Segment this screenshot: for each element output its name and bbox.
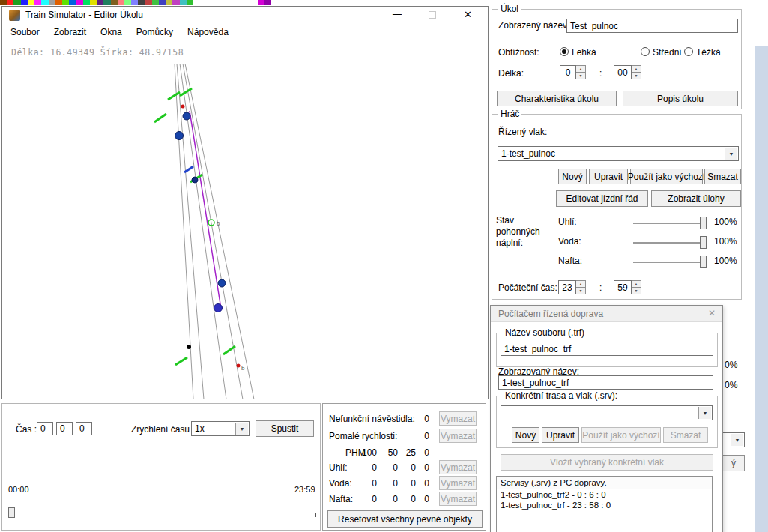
phm-col-0: 0 [417, 447, 429, 458]
spin-down-icon[interactable] [632, 288, 641, 294]
phm-col-100: 100 [356, 447, 377, 458]
diesel-slider-label: Nafta: [558, 256, 582, 266]
show-tasks-button[interactable]: Zobrazit úlohy [651, 190, 741, 207]
time-hours-input[interactable]: 0 [37, 422, 53, 435]
coal-v1: 0 [356, 462, 377, 473]
chevron-down-icon [731, 434, 743, 446]
spin-up-icon[interactable] [632, 280, 641, 288]
clear-coal-button[interactable]: Vymazat [439, 460, 477, 474]
start-time-separator: : [599, 282, 602, 293]
spin-down-icon[interactable] [576, 288, 586, 294]
services-list-header[interactable]: Servisy (.srv) z PC dopravy. [497, 477, 712, 489]
clear-diesel-button[interactable]: Vymazat [439, 492, 477, 506]
insert-train-button[interactable]: Vložit vybraný konkrétní vlak [501, 454, 713, 471]
length-hours-stepper[interactable]: 0 [560, 65, 586, 79]
broken-signals-value: 0 [417, 414, 429, 424]
speed-select[interactable]: 1x [191, 421, 250, 436]
time-minutes-input[interactable]: 0 [56, 422, 73, 435]
chevron-down-icon[interactable] [698, 407, 711, 419]
desktop-strip [755, 46, 768, 532]
water-slider[interactable] [633, 242, 706, 244]
clear-signals-button[interactable]: Vymazat [439, 411, 477, 426]
train-delete-button[interactable]: Smazat [704, 169, 741, 184]
start-minutes-stepper[interactable]: 59 [614, 280, 641, 294]
dialog-close-button[interactable]: ✕ [708, 308, 716, 318]
route-default-button[interactable]: Použít jako výchozí [581, 427, 661, 443]
waypoint-markers[interactable] [181, 105, 241, 368]
length-separator: : [599, 68, 602, 79]
spin-up-icon[interactable] [632, 65, 641, 73]
edit-timetable-button[interactable]: Editovat jízdní řád [556, 190, 648, 207]
task-description-button[interactable]: Popis úkolu [623, 91, 738, 106]
difficulty-radio-medium[interactable] [641, 47, 650, 56]
water-v3: 0 [399, 478, 416, 489]
water-v4: 0 [417, 478, 429, 489]
train-edit-button[interactable]: Upravit [589, 169, 628, 184]
route-edit-button[interactable]: Upravit [542, 427, 579, 443]
length-hours-value[interactable]: 0 [560, 65, 576, 79]
start-hours-value[interactable]: 23 [558, 280, 576, 294]
coal-slider-label: Uhlí: [558, 217, 577, 227]
hidden-button-fragment: ý [722, 455, 745, 471]
length-minutes-value[interactable]: 00 [614, 65, 632, 79]
route-group-title: Konkrétní trasa a vlak (.srv): [503, 390, 620, 401]
time-seconds-input[interactable]: 0 [76, 422, 92, 435]
spin-down-icon[interactable] [632, 73, 641, 79]
water-v1: 0 [356, 478, 377, 489]
hidden-combo-fragment [722, 432, 745, 447]
task-name-input[interactable]: Test_pulnoc [566, 19, 738, 33]
clear-speeds-button[interactable]: Vymazat [439, 429, 477, 443]
time-panel: Čas : 0 0 0 Zrychlení času 1x Spustit 00… [1, 403, 321, 531]
diesel-v2: 0 [380, 494, 398, 504]
timeline-thumb[interactable] [8, 507, 15, 518]
spin-down-icon[interactable] [576, 73, 586, 79]
chevron-down-icon[interactable] [725, 148, 737, 160]
coal-v3: 0 [399, 462, 416, 473]
services-list[interactable]: Servisy (.srv) z PC dopravy. 1-test_puln… [496, 476, 713, 532]
diesel-v1: 0 [356, 494, 377, 504]
list-item[interactable]: 1-test_pulnoc_trf - 23 : 58 : 0 [497, 500, 712, 510]
start-minutes-value[interactable]: 59 [614, 280, 632, 294]
diesel-label: Nafta: [329, 494, 353, 504]
file-name-input[interactable]: 1-test_pulnoc_trf [501, 342, 713, 356]
start-button[interactable]: Spustit [256, 420, 314, 437]
difficulty-radio-easy[interactable] [560, 47, 569, 56]
reset-objects-button[interactable]: Resetovat všechny pevné objekty [327, 510, 483, 528]
route-select[interactable] [501, 405, 713, 420]
route-delete-button[interactable]: Smazat [663, 427, 708, 443]
chevron-down-icon[interactable] [235, 423, 248, 435]
speed-value: 1x [195, 423, 205, 434]
water-v2: 0 [380, 478, 398, 489]
coal-slider-handle[interactable] [700, 217, 707, 229]
driven-train-label: Řízený vlak: [498, 127, 547, 137]
dialog-titlebar[interactable]: Počítačem řízená doprava ✕ [491, 306, 722, 322]
spin-up-icon[interactable] [576, 65, 586, 73]
broken-signals-label: Nefunkční návěstidla: [329, 414, 415, 424]
clear-water-button[interactable]: Vymazat [439, 476, 477, 490]
water-slider-handle[interactable] [700, 236, 707, 249]
diesel-slider-handle[interactable] [700, 256, 707, 268]
diesel-v3: 0 [399, 494, 416, 504]
spin-up-icon[interactable] [576, 280, 586, 288]
route-new-button[interactable]: Nový [512, 427, 539, 443]
hidden-percent-b: 0% [725, 380, 737, 390]
objects-panel: Nefunkční návěstidla: 0 Vymazat Pomalé r… [322, 403, 486, 531]
diesel-slider-value: 100% [714, 256, 737, 266]
difficulty-radio-hard[interactable] [684, 47, 693, 56]
train-new-button[interactable]: Nový [558, 169, 587, 184]
file-name-group-title: Název souboru (.trf) [503, 327, 587, 338]
timeline-end-label: 23:59 [294, 485, 315, 494]
time-label: Čas : [16, 424, 37, 435]
driven-train-select[interactable]: 1-test_pulnoc [498, 146, 739, 161]
list-item[interactable]: 1-test_pulnoc_trf2 - 0 : 6 : 0 [497, 489, 712, 500]
start-hours-stepper[interactable]: 23 [558, 280, 586, 294]
task-characteristics-button[interactable]: Charakteristika úkolu [497, 91, 617, 106]
timeline-track[interactable] [7, 513, 316, 513]
track-map: 0 b [0, 0, 489, 399]
train-default-button[interactable]: Použít jako výchozí [630, 169, 703, 184]
diesel-slider[interactable] [633, 262, 706, 264]
display-name-input[interactable]: 1-test_pulnoc_trf [498, 375, 713, 390]
coal-slider[interactable] [633, 223, 706, 225]
length-minutes-stepper[interactable]: 00 [614, 65, 641, 79]
difficulty-hard-label: Těžká [696, 47, 721, 58]
